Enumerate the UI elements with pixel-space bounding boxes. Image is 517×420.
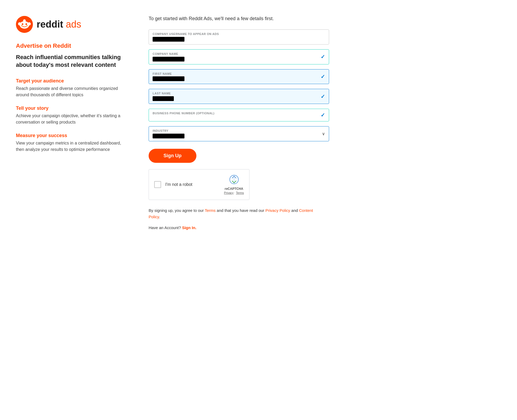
company-name-check-icon: ✓ bbox=[321, 54, 325, 60]
company-name-label: COMPANY NAME bbox=[153, 52, 316, 55]
industry-mask bbox=[153, 134, 184, 138]
svg-point-8 bbox=[21, 25, 23, 27]
terms-text: By signing up, you agree to our Terms an… bbox=[149, 207, 318, 220]
feature-target-title: Target your audience bbox=[16, 78, 127, 84]
feature-success: Measure your success View your campaign … bbox=[16, 133, 127, 153]
svg-point-9 bbox=[26, 25, 28, 27]
privacy-policy-link[interactable]: Privacy Policy bbox=[265, 208, 290, 213]
company-name-mask bbox=[153, 57, 184, 62]
svg-point-5 bbox=[25, 23, 27, 25]
svg-point-6 bbox=[23, 19, 26, 22]
phone-check-icon: ✓ bbox=[321, 112, 325, 118]
last-name-field: LAST NAME ✓ bbox=[149, 89, 329, 104]
feature-target-desc: Reach passionate and diverse communities… bbox=[16, 85, 127, 98]
feature-story-title: Tell your story bbox=[16, 106, 127, 111]
industry-chevron-icon: ∨ bbox=[322, 131, 325, 136]
recaptcha-label: I'm not a robot bbox=[165, 182, 192, 187]
reddit-logo-icon bbox=[16, 16, 33, 33]
first-name-field: FIRST NAME ✓ bbox=[149, 69, 329, 84]
right-panel: To get started with Reddit Ads, we'll ne… bbox=[149, 11, 329, 409]
industry-field: INDUSTRY ∨ bbox=[149, 126, 329, 141]
logo-area: reddit ads bbox=[16, 16, 127, 33]
form-intro: To get started with Reddit Ads, we'll ne… bbox=[149, 16, 329, 21]
recaptcha-terms-link[interactable]: Terms bbox=[236, 191, 244, 194]
company-username-mask bbox=[153, 37, 184, 42]
signin-text: Have an Account? Sign In. bbox=[149, 225, 329, 230]
first-name-mask bbox=[153, 76, 184, 81]
company-name-field: COMPANY NAME ✓ bbox=[149, 49, 329, 64]
feature-target: Target your audience Reach passionate an… bbox=[16, 78, 127, 98]
tagline: Reach influential communities talking ab… bbox=[16, 54, 127, 69]
sign-up-button[interactable]: Sign Up bbox=[149, 149, 196, 163]
recaptcha-left: I'm not a robot bbox=[154, 181, 192, 188]
first-name-check-icon: ✓ bbox=[321, 73, 325, 80]
feature-story-desc: Achieve your campaign objective, whether… bbox=[16, 113, 127, 125]
phone-label: BUSINESS PHONE NUMBER (OPTIONAL) bbox=[153, 112, 316, 115]
terms-link[interactable]: Terms bbox=[205, 208, 216, 213]
feature-success-desc: View your campaign metrics in a centrali… bbox=[16, 140, 127, 153]
recaptcha-privacy-link[interactable]: Privacy bbox=[224, 191, 234, 194]
signin-link[interactable]: Sign In. bbox=[182, 225, 196, 230]
recaptcha-widget: I'm not a robot reCAPTCHA Privacy · Term… bbox=[149, 169, 249, 200]
recaptcha-brand-text: reCAPTCHA Privacy · Terms bbox=[224, 187, 244, 195]
left-panel: reddit ads Advertise on Reddit Reach inf… bbox=[16, 11, 127, 409]
company-username-label: COMPANY USERNAME TO APPEAR ON ADS bbox=[153, 32, 316, 36]
feature-success-title: Measure your success bbox=[16, 133, 127, 138]
industry-label: INDUSTRY bbox=[153, 129, 316, 132]
feature-story: Tell your story Achieve your campaign ob… bbox=[16, 106, 127, 125]
last-name-mask bbox=[153, 96, 174, 101]
recaptcha-checkbox[interactable] bbox=[154, 181, 161, 188]
advertise-title: Advertise on Reddit bbox=[16, 42, 127, 49]
recaptcha-logo-icon bbox=[229, 174, 239, 185]
recaptcha-right: reCAPTCHA Privacy · Terms bbox=[224, 174, 244, 195]
first-name-label: FIRST NAME bbox=[153, 72, 316, 75]
company-username-field: COMPANY USERNAME TO APPEAR ON ADS bbox=[149, 29, 329, 45]
last-name-check-icon: ✓ bbox=[321, 93, 325, 100]
svg-point-2 bbox=[18, 22, 21, 25]
logo-text: reddit ads bbox=[37, 20, 81, 29]
phone-field: BUSINESS PHONE NUMBER (OPTIONAL) ✓ bbox=[149, 109, 329, 121]
svg-point-3 bbox=[28, 22, 31, 25]
svg-point-4 bbox=[22, 23, 23, 25]
last-name-label: LAST NAME bbox=[153, 92, 316, 95]
